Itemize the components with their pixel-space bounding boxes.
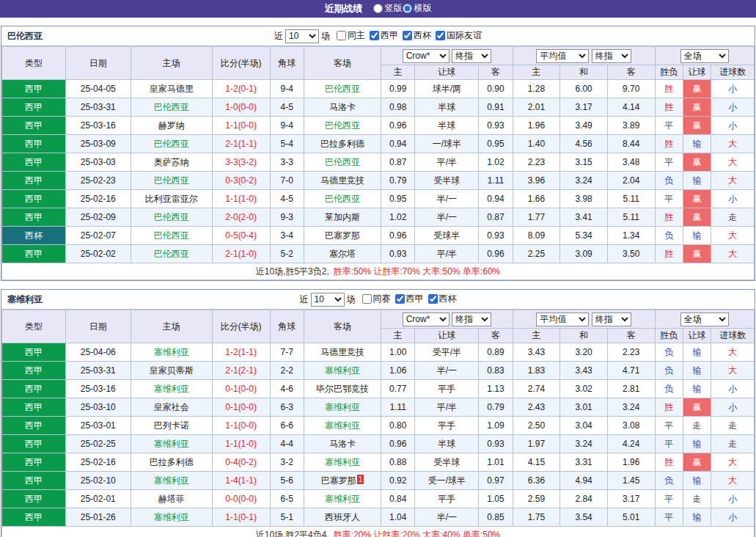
away-team-link[interactable]: 莱加内斯 [304,208,381,227]
away-team-link[interactable]: 巴拉多利德 [304,135,381,153]
result-handicap: 赢 [683,98,711,117]
home-team-link[interactable]: 巴伦西亚 [131,227,212,245]
home-team-link[interactable]: 巴列卡诺 [131,417,212,435]
home-team-link[interactable]: 巴拉多利德 [131,453,212,472]
odds-provider-select[interactable]: Crow* [403,49,449,63]
filter-option-3[interactable]: 西杯 [403,29,431,42]
away-team-link[interactable]: 马洛卡 [304,98,381,117]
filter-option-2[interactable]: 西甲 [395,293,424,305]
away-team-link[interactable]: 马德里竞技 [304,172,381,190]
result-goals: 大 [711,472,755,490]
home-team-link[interactable]: 皇家贝蒂斯 [131,362,212,380]
home-team-link[interactable]: 巴伦西亚 [131,172,212,190]
home-team-link[interactable]: 塞维利亚 [131,380,212,398]
away-team-link[interactable]: 巴伦西亚 [304,190,381,208]
home-team-link[interactable]: 巴伦西亚 [131,208,212,227]
home-team-link[interactable]: 巴伦西亚 [131,245,212,263]
checkbox-input[interactable] [428,294,438,304]
home-team-link[interactable]: 赫塔菲 [131,490,212,508]
result-outcome: 负 [655,227,683,245]
away-team-link[interactable]: 西班牙人 [304,508,381,527]
away-team-link[interactable]: 巴伦西亚 [304,117,381,135]
page-title: 近期战绩 [325,2,363,15]
handicap-odds-home: 0.84 [381,490,414,508]
corner-score: 9-3 [270,208,304,227]
layout-option-2[interactable]: 横版 [403,2,432,15]
checkbox-input[interactable] [337,31,346,40]
away-team-link[interactable]: 毕尔巴鄂竞技 [304,380,381,398]
odds-provider-select[interactable]: Crow* [403,313,449,326]
match-date: 25-03-03 [65,153,131,172]
away-team-link[interactable]: 马洛卡 [304,435,381,453]
home-team-link[interactable]: 塞维利亚 [131,472,212,490]
home-team-link[interactable]: 赫罗纳 [131,117,212,135]
away-team-link[interactable]: 巴塞罗那1 [304,472,381,490]
col-home: 主场 [131,47,212,80]
recent-count-select[interactable]: 10 [285,29,319,43]
odds-stage-select[interactable]: 终指 [452,49,491,63]
handicap-odds-away: 1.02 [479,153,513,172]
result-handicap: 赢 [683,245,711,263]
handicap-odds-away: 0.97 [479,472,513,490]
home-team-link[interactable]: 皇家社会 [131,398,212,417]
fulltime-select[interactable]: 全场 [680,49,729,63]
filter-option-1[interactable]: 同主 [337,29,365,42]
result-outcome: 负 [655,172,683,190]
away-team-link[interactable]: 塞维利亚 [304,490,381,508]
filter-option-1[interactable]: 同赛 [362,293,391,305]
checkbox-input[interactable] [395,294,405,304]
away-team-link[interactable]: 巴塞罗那 [304,227,381,245]
home-team-link[interactable]: 皇家马德里 [131,80,212,98]
away-team-link[interactable]: 巴伦西亚 [304,80,381,98]
home-team-link[interactable]: 巴伦西亚 [131,98,212,117]
average-select[interactable]: 平均值 [536,49,589,63]
home-team-link[interactable]: 塞维利亚 [131,435,212,453]
away-team-link[interactable]: 塞维利亚 [304,362,381,380]
checkbox-input[interactable] [436,31,445,40]
avg-odds-home: 3.43 [513,343,560,362]
checkbox-input[interactable] [362,294,372,304]
average-stage-select[interactable]: 终指 [592,313,631,326]
corner-score: 3-4 [270,227,304,245]
checkbox-input[interactable] [370,31,379,40]
away-team-link[interactable]: 巴伦西亚 [304,153,381,172]
col-away: 客场 [304,310,381,343]
top-header-bar: 近期战绩 竖版横版 [0,0,756,18]
col-avg-draw: 和 [560,65,608,80]
away-team-link[interactable]: 塞维利亚 [304,398,381,417]
handicap-odds-away: 0.93 [479,117,513,135]
handicap-line: 平/半 [415,398,479,417]
result-handicap: 输 [683,227,711,245]
filter-option-4[interactable]: 国际友谊 [436,29,482,42]
filter-option-2[interactable]: 西甲 [370,29,398,42]
radio-input[interactable] [403,4,412,13]
competition-cell: 西甲 [2,472,66,490]
match-score: 3-3(3-2) [212,153,270,172]
col-score: 比分(半场) [212,310,270,343]
checkbox-input[interactable] [403,31,412,40]
average-select[interactable]: 平均值 [536,313,589,326]
home-team-link[interactable]: 塞维利亚 [131,343,212,362]
radio-input[interactable] [373,4,383,13]
away-team-link[interactable]: 塞维利亚 [304,417,381,435]
away-team-link[interactable]: 塞尔塔 [304,245,381,263]
match-row: 西甲25-02-09巴伦西亚2-0(2-0)9-3莱加内斯1.02半/一0.87… [2,208,755,227]
handicap-line: 受球半 [415,227,479,245]
result-goals: 大 [711,172,755,190]
handicap-odds-home: 0.96 [381,227,414,245]
home-team-link[interactable]: 奥萨苏纳 [131,153,212,172]
avg-odds-home: 1.28 [513,80,560,98]
home-team-link[interactable]: 巴伦西亚 [131,135,212,153]
filter-option-3[interactable]: 西杯 [428,293,457,305]
layout-option-1[interactable]: 竖版 [373,2,403,15]
avg-odds-draw: 4.94 [560,472,608,490]
col-corners: 角球 [270,47,304,80]
away-team-link[interactable]: 马德里竞技 [304,343,381,362]
away-team-link[interactable]: 塞维利亚 [304,453,381,472]
recent-count-select[interactable]: 10 [311,293,345,307]
average-stage-select[interactable]: 终指 [592,49,631,63]
odds-stage-select[interactable]: 终指 [452,313,491,326]
home-team-link[interactable]: 比利亚雷亚尔 [131,190,212,208]
home-team-link[interactable]: 塞维利亚 [131,508,212,527]
fulltime-select[interactable]: 全场 [680,313,729,326]
